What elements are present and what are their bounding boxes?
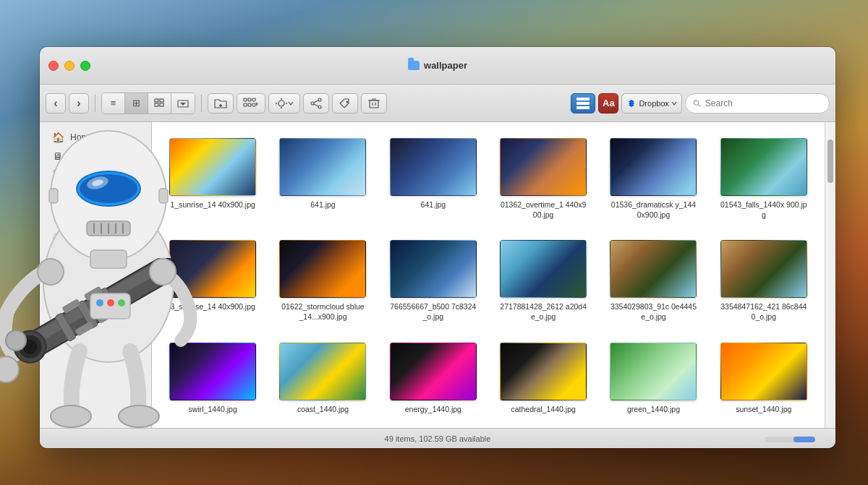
view-column-button[interactable]: ⊞ — [125, 93, 148, 113]
window-controls — [48, 61, 90, 71]
finder-scrollbar[interactable] — [825, 122, 835, 428]
file-item[interactable]: 641.jpg — [273, 134, 372, 224]
file-name: 641.jpg — [421, 200, 446, 210]
sidebar-item-applications[interactable]: 🔖 Applic… — [43, 166, 148, 184]
file-name: 2717881428_2612 a20d4e_o.jpg — [500, 302, 587, 322]
sidebar-dropbox-icon — [51, 207, 64, 219]
svg-rect-12 — [248, 103, 251, 106]
home-icon: 🏠 — [51, 132, 64, 143]
file-item[interactable]: 641.jpg — [384, 134, 482, 224]
file-name: 01543_falls_1440x 900.jpg — [720, 200, 807, 220]
svg-marker-38 — [55, 211, 61, 215]
file-thumbnail — [720, 240, 807, 298]
toolbar: ‹ › ≡ ⊞ — [40, 85, 835, 122]
dictionary-button[interactable]: Aa — [598, 93, 618, 113]
sidebar-item-templates[interactable]: 📁 Te… — [43, 247, 148, 266]
sidebar-label-home: Home — [70, 132, 93, 142]
file-thumbnail — [169, 240, 256, 298]
file-name: cathedral_1440.jpg — [511, 405, 575, 415]
sidebar-item-icloud[interactable]: ☁ iCloud D… — [43, 184, 148, 203]
file-thumbnail — [720, 343, 807, 400]
file-item[interactable]: green_1440.jpg — [604, 338, 702, 419]
file-thumbnail — [279, 138, 366, 196]
file-thumbnail — [279, 343, 366, 400]
file-item[interactable]: energy_1440.jpg — [384, 338, 482, 419]
file-item[interactable]: 01362_overtime_1 440x900.jpg — [494, 134, 592, 224]
view-grid-button[interactable] — [148, 93, 171, 113]
dropbox-chevron-icon — [671, 100, 677, 106]
file-item[interactable]: 01536_dramaticsk y_1440x900.jpg — [604, 134, 702, 224]
file-item[interactable]: sunset_1440.jpg — [715, 338, 813, 419]
maximize-button[interactable] — [80, 61, 90, 71]
statusbar: 49 items, 102.59 GB available — [40, 428, 835, 448]
file-thumbnail — [390, 343, 477, 400]
file-thumbnail — [390, 138, 477, 196]
file-item[interactable]: cathedral_1440.jpg — [494, 338, 592, 419]
sidebar-item-recents[interactable]: 🕐 Re… — [43, 228, 148, 247]
svg-point-19 — [318, 98, 321, 101]
back-button[interactable]: ‹ — [46, 93, 66, 113]
stack-button[interactable] — [571, 93, 595, 113]
svg-rect-1 — [160, 99, 163, 102]
file-item[interactable]: 3_sunrise_14 40x900.jpg — [163, 236, 262, 326]
file-thumbnail — [500, 138, 587, 196]
scrollbar-track — [827, 125, 833, 425]
file-name: 01536_dramaticsk y_1440x900.jpg — [610, 200, 697, 220]
search-input[interactable] — [705, 98, 822, 108]
share-button[interactable] — [303, 93, 329, 113]
dropbox-label: Dropbox — [639, 99, 669, 108]
close-button[interactable] — [48, 61, 59, 71]
action-button[interactable] — [268, 93, 300, 113]
forward-button[interactable]: › — [69, 93, 89, 113]
sidebar-item-downloads[interactable]: ⬇ Dow… — [43, 266, 148, 285]
sidebar-item-dropbox[interactable]: Dropbox — [43, 203, 148, 223]
new-folder-button[interactable] — [208, 93, 234, 113]
svg-rect-2 — [155, 103, 158, 106]
file-item[interactable]: coast_1440.jpg — [273, 338, 372, 419]
bottom-scrollbar-thumb — [793, 437, 815, 442]
dropbox-button[interactable]: Dropbox — [621, 93, 682, 113]
svg-line-23 — [314, 104, 318, 106]
svg-point-33 — [694, 100, 698, 104]
downloads-icon: ⬇ — [51, 270, 64, 281]
svg-rect-25 — [370, 100, 378, 108]
view-options-button[interactable] — [237, 93, 265, 113]
tag-button[interactable] — [332, 93, 358, 113]
file-item[interactable]: 2717881428_2612 a20d4e_o.jpg — [494, 236, 592, 326]
desktop-icon: 🖥 — [51, 150, 64, 162]
file-item[interactable]: swirl_1440.jpg — [163, 338, 262, 419]
view-cover-button[interactable] — [171, 93, 195, 113]
sidebar-label-desktop: De… — [70, 151, 90, 161]
sidebar-item-home[interactable]: 🏠 Home — [43, 128, 148, 147]
file-item[interactable]: 01543_falls_1440x 900.jpg — [715, 134, 813, 224]
file-item[interactable]: 3354847162_421 86c8440_o.jpg — [715, 236, 813, 326]
file-area-wrapper: 1_sunrise_14 40x900.jpg641.jpg641.jpg013… — [152, 122, 835, 428]
titlebar: wallpaper — [40, 47, 835, 85]
file-thumbnail — [279, 240, 366, 298]
applications-icon: 🔖 — [51, 169, 64, 181]
svg-rect-10 — [252, 98, 255, 101]
delete-button[interactable] — [361, 93, 387, 113]
file-area: 1_sunrise_14 40x900.jpg641.jpg641.jpg013… — [152, 122, 825, 428]
file-item[interactable]: 01622_stormcloud sblue_14...x900.jpg — [273, 236, 372, 326]
file-name: 01622_stormcloud sblue_14...x900.jpg — [279, 302, 366, 322]
window-title: wallpaper — [408, 60, 467, 71]
file-item[interactable]: 3354029803_91c 0e4445e_o.jpg — [604, 236, 702, 326]
file-thumbnail — [169, 138, 256, 196]
file-name: 1_sunrise_14 40x900.jpg — [170, 200, 255, 210]
file-item[interactable]: 766556667_b500 7c8324_o.jpg — [384, 236, 482, 326]
statusbar-text: 49 items, 102.59 GB available — [385, 434, 491, 443]
view-list-button[interactable]: ≡ — [102, 93, 125, 113]
svg-rect-3 — [160, 103, 163, 106]
minimize-button[interactable] — [64, 61, 75, 71]
sidebar-item-desktop[interactable]: 🖥 De… — [43, 147, 148, 166]
svg-rect-0 — [155, 99, 158, 102]
file-name: coast_1440.jpg — [297, 405, 349, 415]
search-bar[interactable] — [685, 93, 830, 113]
title-text: wallpaper — [424, 60, 467, 71]
file-item[interactable]: 1_sunrise_14 40x900.jpg — [163, 134, 262, 224]
svg-point-14 — [278, 100, 284, 106]
svg-point-20 — [311, 102, 314, 105]
scrollbar-thumb[interactable] — [827, 140, 833, 183]
dict-label: Aa — [603, 98, 615, 108]
